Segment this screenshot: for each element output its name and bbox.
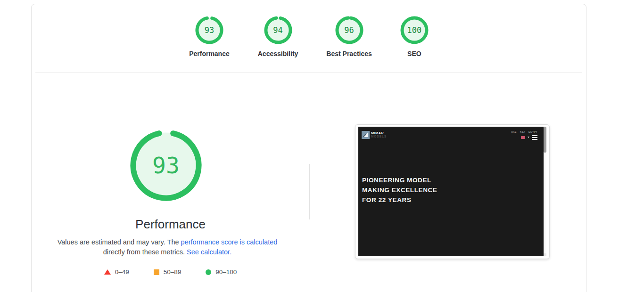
performance-score-value: 93 (195, 16, 223, 44)
seo-category-label: SEO (407, 50, 421, 57)
brand-line-2: MODELS (371, 135, 387, 138)
seo-gauge-small: 100 (400, 16, 429, 44)
best-practices-score-value: 96 (335, 16, 363, 44)
mimar-logo-icon (362, 131, 370, 139)
scrollbar-corner (544, 253, 546, 256)
performance-gauge-large[interactable]: 93 (130, 130, 202, 201)
screenshot-page-content: MIMAR MODELS UAE KSA EGYPT (358, 127, 544, 256)
disclaimer-text-1: Values are estimated and may vary. The (58, 238, 181, 246)
mimar-logo: MIMAR MODELS (362, 131, 387, 139)
accessibility-category-label: Accessibility (258, 50, 298, 57)
performance-score-large-value: 93 (130, 130, 202, 201)
summary-gauge-best-practices[interactable]: 96 Best Practices (326, 16, 372, 57)
score-disclaimer: Values are estimated and may vary. The p… (50, 237, 285, 257)
screenshot-top-nav: UAE KSA EGYPT (511, 130, 537, 140)
nav-controls (511, 135, 537, 140)
screenshot-scrollbar (544, 127, 546, 256)
summary-gauge-accessibility[interactable]: 94 Accessibility (258, 16, 298, 57)
legend-range-average: 50–89 (164, 268, 182, 276)
final-screenshot-thumbnail[interactable]: MIMAR MODELS UAE KSA EGYPT (355, 124, 550, 259)
best-practices-category-label: Best Practices (326, 50, 372, 57)
see-calculator-link[interactable]: See calculator. (187, 248, 231, 256)
brand-text: MIMAR MODELS (371, 131, 387, 138)
performance-gauge-small: 93 (195, 16, 223, 44)
nav-item-egypt: EGYPT (528, 130, 537, 133)
score-calculation-link[interactable]: performance score is calculated (181, 238, 278, 246)
disclaimer-text-2: directly from these metrics. (103, 248, 187, 256)
nav-item-uae: UAE (511, 130, 516, 133)
hamburger-menu-icon (532, 135, 537, 140)
accessibility-score-value: 94 (264, 16, 292, 44)
summary-gauge-seo[interactable]: 100 SEO (400, 16, 429, 57)
accessibility-gauge-small: 94 (264, 16, 292, 44)
chevron-down-icon (528, 137, 529, 138)
vertical-divider (309, 164, 310, 219)
legend-item-average: 50–89 (154, 268, 182, 276)
lighthouse-report-card: 93 Performance 94 Accessibility 96 Best … (31, 4, 586, 292)
language-flag-icon (521, 136, 525, 139)
horizontal-divider (35, 72, 582, 73)
legend-item-fail: 0–49 (104, 268, 129, 276)
headline-line-3: FOR 22 YEARS (362, 195, 437, 205)
score-legend: 0–49 50–89 90–100 (32, 268, 309, 276)
seo-score-value: 100 (400, 16, 429, 44)
legend-item-pass: 90–100 (206, 268, 237, 276)
orange-square-icon (154, 269, 159, 275)
performance-category-label: Performance (189, 50, 230, 57)
category-summary-row: 93 Performance 94 Accessibility 96 Best … (32, 16, 586, 57)
legend-range-pass: 90–100 (215, 268, 237, 276)
headline-line-2: MAKING EXCELLENCE (362, 185, 437, 195)
scrollbar-thumb (544, 127, 546, 153)
red-triangle-icon (104, 269, 111, 275)
headline-line-1: PIONEERING MODEL (362, 175, 437, 185)
summary-gauge-performance[interactable]: 93 Performance (189, 16, 230, 57)
performance-section-title: Performance (32, 217, 309, 232)
region-links: UAE KSA EGYPT (511, 130, 537, 133)
nav-item-ksa: KSA (520, 130, 525, 133)
hero-headline: PIONEERING MODEL MAKING EXCELLENCE FOR 2… (362, 175, 437, 205)
best-practices-gauge-small: 96 (335, 16, 363, 44)
green-circle-icon (206, 269, 211, 275)
legend-range-fail: 0–49 (115, 268, 129, 276)
